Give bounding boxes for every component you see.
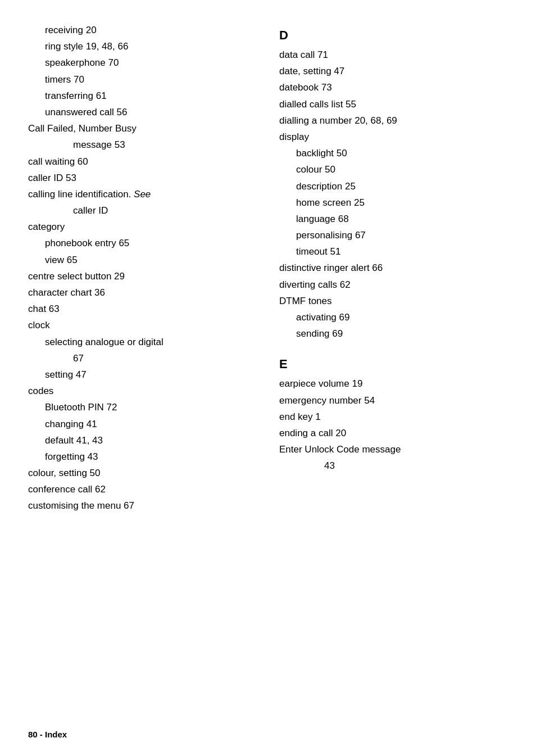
right-entry-0-16: activating 69 [279,310,508,325]
right-entry-0-9: home screen 25 [279,195,508,210]
left-entry-18: clock [28,318,257,333]
right-entry-0-17: sending 69 [279,326,508,341]
left-entry-8: call waiting 60 [28,154,257,169]
left-entry-0: receiving 20 [28,22,257,38]
left-entry-26: forgetting 43 [28,449,257,464]
right-entry-0-14: diverting calls 62 [279,277,508,292]
left-entry-27: colour, setting 50 [28,465,257,481]
right-entry-0-5: display [279,129,508,144]
left-entry-20: 67 [28,351,257,366]
page-container: receiving 20ring style 19, 48, 66speaker… [28,22,508,515]
left-entry-7: message 53 [28,137,257,152]
left-entry-12: category [28,219,257,234]
left-entry-14: view 65 [28,252,257,268]
left-entry-5: unanswered call 56 [28,105,257,120]
left-entry-29: customising the menu 67 [28,498,257,513]
left-entry-22: codes [28,383,257,399]
left-entry-10: calling line identification. See [28,187,257,202]
left-entry-28: conference call 62 [28,482,257,497]
section-header-d: D [279,28,508,43]
right-entry-0-8: description 25 [279,179,508,194]
right-entry-1-2: end key 1 [279,409,508,424]
right-entry-1-4: Enter Unlock Code message [279,442,508,457]
left-entry-13: phonebook entry 65 [28,236,257,251]
right-entry-0-7: colour 50 [279,162,508,177]
left-entry-6: Call Failed, Number Busy [28,121,257,136]
left-entry-24: changing 41 [28,417,257,432]
left-entry-4: transferring 61 [28,88,257,103]
section-header-e: E [279,357,508,372]
right-column: Ddata call 71date, setting 47datebook 73… [268,22,508,515]
right-entry-1-3: ending a call 20 [279,425,508,441]
left-entry-21: setting 47 [28,367,257,382]
right-entry-0-0: data call 71 [279,47,508,62]
right-entry-1-1: emergency number 54 [279,393,508,408]
left-entry-11: caller ID [28,203,257,218]
right-entry-0-15: DTMF tones [279,293,508,309]
left-entry-25: default 41, 43 [28,433,257,448]
right-entry-0-13: distinctive ringer alert 66 [279,260,508,275]
left-entry-19: selecting analogue or digital [28,334,257,350]
page-footer: 80 - Index [28,730,67,739]
left-entry-15: centre select button 29 [28,269,257,284]
left-column: receiving 20ring style 19, 48, 66speaker… [28,22,268,515]
right-entry-0-2: datebook 73 [279,80,508,95]
right-entry-0-1: date, setting 47 [279,64,508,79]
right-entry-0-6: backlight 50 [279,146,508,161]
left-entry-23: Bluetooth PIN 72 [28,400,257,415]
left-entry-3: timers 70 [28,72,257,87]
right-entry-0-3: dialled calls list 55 [279,97,508,112]
right-entry-0-11: personalising 67 [279,228,508,243]
right-entry-0-4: dialling a number 20, 68, 69 [279,113,508,128]
left-entry-9: caller ID 53 [28,170,257,185]
right-entry-0-10: language 68 [279,211,508,227]
right-entry-0-12: timeout 51 [279,244,508,259]
left-entry-2: speakerphone 70 [28,55,257,70]
left-entry-17: chat 63 [28,301,257,316]
right-entry-1-5: 43 [279,458,508,473]
left-entry-1: ring style 19, 48, 66 [28,39,257,54]
right-entry-1-0: earpiece volume 19 [279,376,508,391]
left-entry-16: character chart 36 [28,285,257,300]
